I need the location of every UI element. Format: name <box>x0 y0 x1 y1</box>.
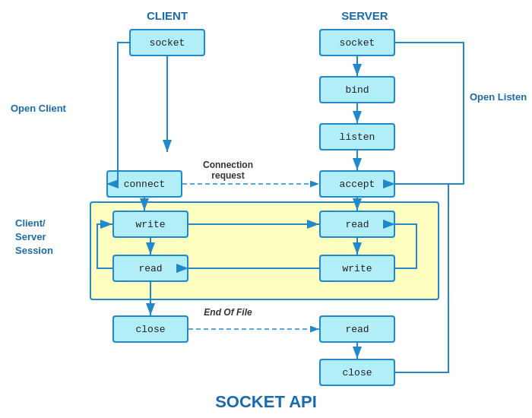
server-close-box: close <box>319 359 395 386</box>
server-socket-box: socket <box>319 29 395 56</box>
open-listen-label: Open Listen <box>470 91 527 103</box>
connect-box: connect <box>106 170 182 198</box>
server-read2-box: read <box>319 315 395 343</box>
open-client-label: Open Client <box>11 103 66 114</box>
accept-box: accept <box>319 170 395 198</box>
server-read-box: read <box>319 211 395 238</box>
client-write-box: write <box>112 211 188 238</box>
page-title: SOCKET API <box>215 392 317 412</box>
listen-box: listen <box>319 123 395 150</box>
client-socket-box: socket <box>129 29 205 56</box>
end-of-file-label: End Of File <box>182 307 274 318</box>
client-close-box: close <box>112 315 188 343</box>
diagram-container: CLIENT SERVER Client/ServerSession Open … <box>0 0 532 418</box>
client-read-box: read <box>112 255 188 282</box>
client-header: CLIENT <box>122 9 213 22</box>
server-write-box: write <box>319 255 395 282</box>
bind-box: bind <box>319 76 395 103</box>
server-header: SERVER <box>319 9 410 22</box>
session-label: Client/ServerSession <box>15 217 53 258</box>
connection-request-label: Connectionrequest <box>179 160 277 181</box>
